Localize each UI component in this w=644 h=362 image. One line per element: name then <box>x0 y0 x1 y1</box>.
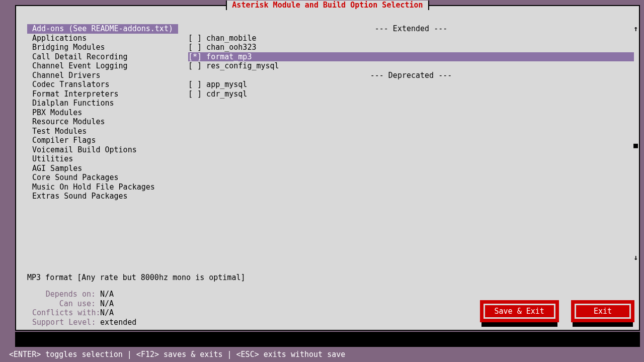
category-item[interactable]: Extras Sound Packages <box>27 192 178 201</box>
category-item[interactable]: PBX Modules <box>27 108 178 118</box>
menuselect-window: Asterisk Module and Build Option Selecti… <box>15 5 640 331</box>
module-option[interactable]: [ ] app_mysql <box>188 80 634 89</box>
scroll-thumb-indicator: ■ <box>633 141 638 150</box>
category-item[interactable]: Compiler Flags <box>27 136 178 145</box>
conflicts-value: N/A <box>100 308 114 317</box>
module-option[interactable]: [ ] chan_mobile <box>188 34 634 43</box>
category-item[interactable]: Dialplan Functions <box>27 99 178 108</box>
save-exit-button[interactable]: Save & Exit <box>481 302 557 321</box>
support-label: Support Level: <box>32 318 96 327</box>
exit-button[interactable]: Exit <box>573 302 633 321</box>
scroll-down-indicator: ↓ <box>633 253 638 262</box>
dependency-info: Depends on: N/A Can use: N/A Conflicts w… <box>32 290 136 327</box>
category-item[interactable]: Channel Event Logging <box>27 61 178 71</box>
category-item[interactable]: Call Detail Recording <box>27 52 178 62</box>
module-option[interactable]: [ ] cdr_mysql <box>188 89 634 99</box>
category-item[interactable]: AGI Samples <box>27 164 178 173</box>
category-list: Add-ons (See README-addons.txt)Applicati… <box>27 24 178 262</box>
support-value: extended <box>100 318 136 327</box>
canuse-label: Can use: <box>32 299 96 309</box>
module-description: MP3 format [Any rate but 8000hz mono is … <box>27 273 245 283</box>
category-item[interactable]: Channel Drivers <box>27 71 178 80</box>
module-option[interactable]: [ ] chan_ooh323 <box>188 43 634 52</box>
button-bar: Save & Exit Exit <box>481 308 633 327</box>
category-item[interactable]: Add-ons (See README-addons.txt) <box>27 24 178 34</box>
depends-value: N/A <box>100 290 114 299</box>
category-item[interactable]: Music On Hold File Packages <box>27 183 178 192</box>
module-list: --- Extended ---[ ] chan_mobile[ ] chan_… <box>188 24 634 262</box>
section-header: --- Extended --- <box>188 24 634 34</box>
scroll-up-indicator: ↑ <box>633 24 638 34</box>
category-item[interactable]: Resource Modules <box>27 117 178 127</box>
category-item[interactable]: Applications <box>27 34 178 43</box>
conflicts-label: Conflicts with: <box>32 308 96 318</box>
section-header: --- Deprecated --- <box>188 71 634 80</box>
depends-label: Depends on: <box>32 290 96 299</box>
canuse-value: N/A <box>100 299 114 308</box>
category-item[interactable]: Bridging Modules <box>27 43 178 52</box>
category-item[interactable]: Utilities <box>27 154 178 164</box>
module-option[interactable]: [*] format_mp3 <box>188 52 634 62</box>
module-option[interactable]: [ ] res_config_mysql <box>188 61 634 71</box>
category-item[interactable]: Codec Translators <box>27 80 178 89</box>
category-item[interactable]: Voicemail Build Options <box>27 145 178 155</box>
bottom-black-strip <box>15 332 640 347</box>
help-bar: <ENTER> toggles selection | <F12> saves … <box>9 350 345 359</box>
window-title: Asterisk Module and Build Option Selecti… <box>226 1 429 10</box>
category-item[interactable]: Core Sound Packages <box>27 173 178 183</box>
category-item[interactable]: Format Interpreters <box>27 89 178 99</box>
window-title-wrap: Asterisk Module and Build Option Selecti… <box>16 1 639 10</box>
category-item[interactable]: Test Modules <box>27 127 178 136</box>
content-columns: Add-ons (See README-addons.txt)Applicati… <box>27 24 634 262</box>
